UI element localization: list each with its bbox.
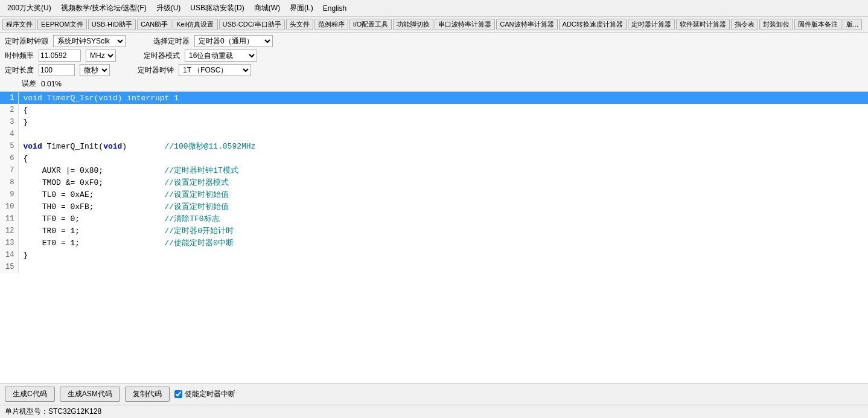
table-row: 5void TimerQ_Init(void) //100微秒@11.0592M… [0,140,868,152]
error-value: 0.01% [41,80,62,88]
toolbar-more[interactable]: 版... [843,19,862,30]
line-number: 1 [0,92,18,104]
status-text: 单片机型号：STC32G12K128 [5,407,101,417]
line-number: 15 [0,261,18,273]
toolbar-io-config[interactable]: I/O配置工具 [349,19,392,30]
menu-item-usb[interactable]: USB驱动安装(D) [187,2,247,14]
table-row: 3} [0,116,868,128]
table-row: 4 [0,128,868,140]
table-row: 8 TMOD &= 0xF0; //设置定时器模式 [0,176,868,188]
line-content: TMOD &= 0xF0; //设置定时器模式 [18,176,868,188]
enable-interrupt-label: 使能定时器中断 [185,389,235,399]
code-table: 1void TimerQ_Isr(void) interrupt 12{3}45… [0,92,868,273]
table-row: 7 AUXR |= 0x80; //定时器时钟1T模式 [0,164,868,176]
toolbar-package[interactable]: 封装卸位 [759,19,793,30]
toolbar-can[interactable]: CAN助手 [137,19,171,30]
timer-clock-select[interactable]: 1T （FOSC） [179,64,251,76]
error-label: 误差 [22,79,36,89]
toolbar-firmware[interactable]: 固件版本备注 [794,19,841,30]
toolbar: 程序文件 EEPROM文件 USB-HID助手 CAN助手 Keil仿真设置 U… [0,17,868,33]
generate-c-button[interactable]: 生成C代码 [5,387,55,402]
config-panel: 定时器时钟源 系统时钟SYSclk 选择定时器 定时器0（通用） 时钟频率 MH… [0,33,868,92]
top-menu-bar: 200万大奖(U) 视频教学/技术论坛/选型(F) 升级(U) USB驱动安装(… [0,0,868,17]
clock-source-select[interactable]: 系统时钟SYSclk [53,35,126,47]
line-number: 10 [0,201,18,213]
line-content: void TimerQ_Init(void) //100微秒@11.0592MH… [18,140,868,152]
menu-item-ui[interactable]: 界面(L) [286,2,317,14]
copy-code-button[interactable]: 复制代码 [125,387,170,402]
line-content: TL0 = 0xAE; //设置定时初始值 [18,188,868,201]
menu-item-video[interactable]: 视频教学/技术论坛/选型(F) [57,2,150,14]
toolbar-serial-baud[interactable]: 串口波特率计算器 [435,19,495,30]
line-content: void TimerQ_Isr(void) interrupt 1 [18,92,868,104]
line-number: 12 [0,225,18,237]
menu-item-shop[interactable]: 商城(W) [251,2,284,14]
menu-item-upgrade[interactable]: 升级(U) [153,2,185,14]
toolbar-program-file[interactable]: 程序文件 [2,19,36,30]
timer-clock-label: 定时器时钟 [138,65,174,76]
table-row: 6{ [0,152,868,164]
line-content: } [18,249,868,261]
length-unit-select[interactable]: 微秒 [80,64,110,76]
mode-select[interactable]: 16位自动重载 [185,50,257,62]
table-row: 2{ [0,104,868,116]
line-number: 11 [0,213,18,225]
line-number: 8 [0,176,18,188]
toolbar-can-baud[interactable]: CAN波特率计算器 [496,19,557,30]
line-content: ET0 = 1; //使能定时器0中断 [18,237,868,249]
table-row: 1void TimerQ_Isr(void) interrupt 1 [0,92,868,104]
line-number: 4 [0,128,18,140]
line-number: 5 [0,140,18,152]
toolbar-header[interactable]: 头文件 [286,19,313,30]
line-content: TF0 = 0; //清除TF0标志 [18,213,868,225]
line-number: 2 [0,104,18,116]
menu-item-prize[interactable]: 200万大奖(U) [4,2,55,14]
toolbar-usb-hid[interactable]: USB-HID助手 [88,19,136,30]
line-number: 13 [0,237,18,249]
line-number: 14 [0,249,18,261]
line-number: 6 [0,152,18,164]
line-number: 3 [0,116,18,128]
enable-interrupt-checkbox[interactable] [174,390,182,398]
table-row: 11 TF0 = 0; //清除TF0标志 [0,213,868,225]
table-row: 10 TH0 = 0xFB; //设置定时初始值 [0,201,868,213]
mode-label: 定时器模式 [144,51,180,61]
clock-source-label: 定时器时钟源 [5,36,48,47]
freq-input[interactable] [39,50,81,62]
toolbar-instruction[interactable]: 指令表 [731,19,758,30]
table-row: 14} [0,249,868,261]
line-content: { [18,152,868,164]
generate-asm-button[interactable]: 生成ASM代码 [60,387,120,402]
table-row: 9 TL0 = 0xAE; //设置定时初始值 [0,188,868,201]
table-row: 15 [0,261,868,273]
line-content [18,261,868,273]
toolbar-keil[interactable]: Keil仿真设置 [173,19,217,30]
line-content: } [18,116,868,128]
toolbar-eeprom[interactable]: EEPROM文件 [37,19,87,30]
line-content: TH0 = 0xFB; //设置定时初始值 [18,201,868,213]
bottom-bar: 生成C代码 生成ASM代码 复制代码 使能定时器中断 [0,383,868,405]
line-content: AUXR |= 0x80; //定时器时钟1T模式 [18,164,868,176]
length-label: 定时长度 [5,65,34,76]
freq-unit-select[interactable]: MHz [86,50,116,62]
status-bar: 单片机型号：STC32G12K128 [0,405,868,418]
code-editor: 1void TimerQ_Isr(void) interrupt 12{3}45… [0,92,868,383]
toolbar-delay-calc[interactable]: 软件延时计算器 [676,19,730,30]
toolbar-adc[interactable]: ADC转换速度计算器 [559,19,627,30]
toolbar-func-switch[interactable]: 功能脚切换 [393,19,433,30]
menu-item-english[interactable]: English [319,3,350,14]
table-row: 13 ET0 = 1; //使能定时器0中断 [0,237,868,249]
line-content: { [18,104,868,116]
freq-label: 时钟频率 [5,51,34,61]
select-timer-label: 选择定时器 [153,36,190,47]
toolbar-usb-cdc[interactable]: USB-CDC/串口助手 [219,19,285,30]
table-row: 12 TR0 = 1; //定时器0开始计时 [0,225,868,237]
length-input[interactable] [39,64,75,76]
line-number: 9 [0,188,18,201]
select-timer-select[interactable]: 定时器0（通用） [194,35,273,47]
toolbar-timer-calc[interactable]: 定时器计算器 [628,19,675,30]
enable-interrupt-checkbox-label[interactable]: 使能定时器中断 [174,389,235,399]
line-number: 7 [0,164,18,176]
toolbar-examples[interactable]: 范例程序 [314,19,348,30]
line-content: TR0 = 1; //定时器0开始计时 [18,225,868,237]
